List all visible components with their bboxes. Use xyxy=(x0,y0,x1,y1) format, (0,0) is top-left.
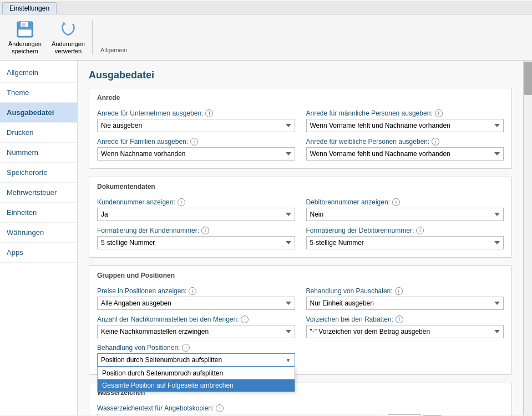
label-pauschalen: Behandlung von Pauschalen: i xyxy=(306,287,504,295)
page-title: Ausgabedatei xyxy=(89,69,512,81)
info-icon-unternehmen[interactable]: i xyxy=(205,109,213,117)
empty-cell xyxy=(306,344,504,367)
label-preise: Preise in Positionen anzeigen: i xyxy=(97,287,295,295)
select-debitorennummer[interactable]: Nein xyxy=(306,208,504,221)
svg-rect-3 xyxy=(18,29,32,36)
discard-button[interactable]: Änderungenverwerfen xyxy=(48,18,89,57)
field-wz-text: Wasserzeichentext für Angebotskopien: i xyxy=(97,404,382,415)
discard-button-label: Änderungenverwerfen xyxy=(52,41,85,55)
select-pauschalen[interactable]: Nur Einheit ausgeben xyxy=(306,297,504,310)
select-nachkomma[interactable]: Keine Nachkommastellen erzwingen xyxy=(97,325,295,338)
wasserzeichen-row: Wasserzeichentext für Angebotskopien: i … xyxy=(97,404,504,415)
scrollbar-thumb[interactable] xyxy=(524,62,532,95)
select-preise[interactable]: Alle Angaben ausgeben xyxy=(97,297,295,310)
dropdown-option-0[interactable]: Position durch Seitenumbruch aufsplitten xyxy=(98,367,295,379)
sidebar: Allgemein Theme Ausgabedatei Drucken Num… xyxy=(0,61,78,415)
info-icon-positionen[interactable]: i xyxy=(182,344,190,352)
sidebar-item-waehrungen[interactable]: Währungen xyxy=(0,223,77,243)
select-vorzeichen[interactable]: "-" Vorzeichen vor dem Betrag ausgeben xyxy=(306,325,504,338)
info-icon-nachkomma[interactable]: i xyxy=(241,315,249,323)
select-wz-color[interactable] xyxy=(388,414,421,415)
save-button[interactable]: Änderungenspeichern xyxy=(4,18,45,57)
scrollbar-track[interactable] xyxy=(523,61,532,415)
label-anrede-maennlich: Anrede für männliche Personen ausgeben: … xyxy=(306,109,504,117)
main-layout: Allgemein Theme Ausgabedatei Drucken Num… xyxy=(0,61,532,415)
toolbar-tab-einstellungen[interactable]: Einstellungen xyxy=(2,2,57,14)
field-format-debitoren: Formatierung der Debitorennummer: i 5-st… xyxy=(306,227,504,249)
discard-icon xyxy=(58,19,78,39)
select-anrede-unternehmen[interactable]: Nie ausgeben xyxy=(97,119,295,132)
wasserzeichen-right: Wasserzeichenfarbe xyxy=(388,404,504,415)
field-anrede-maennlich: Anrede für männliche Personen ausgeben: … xyxy=(306,109,504,132)
info-icon-pauschalen[interactable]: i xyxy=(395,287,403,295)
sidebar-item-ausgabedatei[interactable]: Ausgabedatei xyxy=(0,103,77,123)
dokumentendaten-grid: Kundennummer anzeigen: i Ja Debitorennum… xyxy=(97,198,504,249)
anrede-grid: Anrede für Unternehmen ausgeben: i Nie a… xyxy=(97,109,504,161)
dropdown-positionen-arrow: ▼ xyxy=(286,357,291,363)
select-anrede-familien[interactable]: Wenn Nachname vorhanden xyxy=(97,147,295,161)
field-pauschalen: Behandlung von Pauschalen: i Nur Einheit… xyxy=(306,287,504,310)
info-icon-wz[interactable]: i xyxy=(216,404,224,412)
label-anrede-familien: Anrede für Familien ausgeben: i xyxy=(97,138,295,146)
select-anrede-maennlich[interactable]: Wenn Vorname fehlt und Nachname vorhande… xyxy=(306,119,504,132)
field-vorzeichen: Vorzeichen bei den Rabatten: i "-" Vorze… xyxy=(306,315,504,338)
label-nachkomma: Anzahl der Nachkommastellen bei den Meng… xyxy=(97,315,295,323)
field-anrede-weiblich: Anrede für weibliche Personen ausgeben: … xyxy=(306,138,504,161)
toolbar-tabs: Einstellungen xyxy=(0,1,532,14)
toolbar-icons: Änderungenspeichern Änderungenverwerfen … xyxy=(0,14,532,60)
dropdown-option-1[interactable]: Gesamte Position auf Folgeseite umbreche… xyxy=(98,379,295,392)
sidebar-item-drucken[interactable]: Drucken xyxy=(0,123,77,143)
dropdown-positionen-value: Position durch Seitenumbruch aufsplitten xyxy=(101,356,286,364)
label-anrede-weiblich: Anrede für weibliche Personen ausgeben: … xyxy=(306,138,504,146)
input-wz-text[interactable] xyxy=(97,414,382,415)
section-anrede: Anrede Anrede für Unternehmen ausgeben: … xyxy=(89,88,512,169)
info-icon-vorzeichen[interactable]: i xyxy=(396,315,403,323)
label-format-debitoren: Formatierung der Debitorennummer: i xyxy=(306,227,504,234)
label-format-kunden: Formatierung der Kundennummer: i xyxy=(97,227,295,234)
save-icon xyxy=(15,19,35,39)
toolbar-separator xyxy=(92,20,93,54)
info-icon-kundennummer[interactable]: i xyxy=(178,198,185,206)
section-gruppen-title: Gruppen und Positionen xyxy=(97,272,504,282)
content-area: Ausgabedatei Anrede Anrede für Unternehm… xyxy=(78,61,523,415)
toolbar-group-label: Allgemein xyxy=(96,47,131,56)
label-anrede-unternehmen: Anrede für Unternehmen ausgeben: i xyxy=(97,109,295,117)
dropdown-positionen-wrapper: Position durch Seitenumbruch aufsplitten… xyxy=(97,353,295,367)
field-format-kunden: Formatierung der Kundennummer: i 5-stell… xyxy=(97,227,295,249)
info-icon-weiblich[interactable]: i xyxy=(432,138,439,146)
label-vorzeichen: Vorzeichen bei den Rabatten: i xyxy=(306,315,504,323)
sidebar-item-allgemein[interactable]: Allgemein xyxy=(0,63,77,83)
toolbar: Einstellungen Änderungenspeichern Änd xyxy=(0,0,532,61)
label-wz-text: Wasserzeichentext für Angebotskopien: i xyxy=(97,404,382,412)
info-icon-familien[interactable]: i xyxy=(190,138,198,146)
section-anrede-title: Anrede xyxy=(97,94,504,104)
field-positionen: Behandlung von Positionen: i Position du… xyxy=(97,344,295,367)
sidebar-item-apps[interactable]: Apps xyxy=(0,243,77,263)
sidebar-item-einheiten[interactable]: Einheiten xyxy=(0,203,77,223)
wasserzeichen-left: Wasserzeichentext für Angebotskopien: i xyxy=(97,404,382,415)
sidebar-item-theme[interactable]: Theme xyxy=(0,83,77,103)
save-button-label: Änderungenspeichern xyxy=(8,41,42,55)
select-anrede-weiblich[interactable]: Wenn Vorname fehlt und Nachname vorhande… xyxy=(306,147,504,161)
info-icon-format-debitoren[interactable]: i xyxy=(416,227,424,234)
label-kundennummer: Kundennummer anzeigen: i xyxy=(97,198,295,206)
field-debitorennummer: Debitorennummer anzeigen: i Nein xyxy=(306,198,504,221)
dropdown-positionen-trigger[interactable]: Position durch Seitenumbruch aufsplitten… xyxy=(97,353,295,367)
section-dokumentendaten-title: Dokumentendaten xyxy=(97,183,504,193)
field-anrede-familien: Anrede für Familien ausgeben: i Wenn Nac… xyxy=(97,138,295,161)
info-icon-format-kunden[interactable]: i xyxy=(201,227,209,234)
sidebar-item-mehrwertsteuer[interactable]: Mehrwertsteuer xyxy=(0,183,77,203)
section-gruppen: Gruppen und Positionen Preise in Positio… xyxy=(89,265,512,375)
info-icon-maennlich[interactable]: i xyxy=(435,109,443,117)
sidebar-item-nummern[interactable]: Nummern xyxy=(0,143,77,163)
select-format-kunden[interactable]: 5-stellige Nummer xyxy=(97,236,295,249)
select-format-debitoren[interactable]: 5-stellige Nummer xyxy=(306,236,504,249)
color-preview[interactable] xyxy=(423,415,441,415)
select-kundennummer[interactable]: Ja xyxy=(97,208,295,221)
info-icon-preise[interactable]: i xyxy=(189,287,196,295)
sidebar-item-speicherorte[interactable]: Speicherorte xyxy=(0,163,77,183)
field-anrede-unternehmen: Anrede für Unternehmen ausgeben: i Nie a… xyxy=(97,109,295,132)
info-icon-debitorennummer[interactable]: i xyxy=(392,198,400,206)
section-dokumentendaten: Dokumentendaten Kundennummer anzeigen: i… xyxy=(89,177,512,258)
gruppen-grid: Preise in Positionen anzeigen: i Alle An… xyxy=(97,287,504,367)
